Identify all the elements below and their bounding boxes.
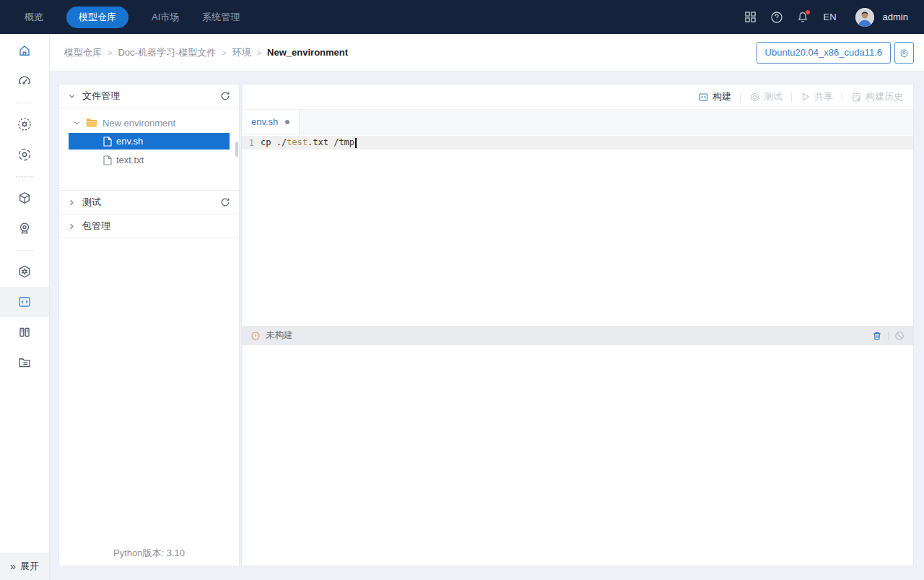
nav-item-system-admin[interactable]: 系统管理 bbox=[202, 11, 240, 24]
dual-panel-icon bbox=[17, 325, 32, 339]
build-label: 构建 bbox=[712, 90, 731, 103]
editor-tabbar: env.sh bbox=[242, 109, 913, 134]
webcam-icon bbox=[17, 221, 32, 235]
modified-dot bbox=[285, 120, 289, 124]
cube-icon bbox=[17, 191, 32, 205]
tree-file-text-txt[interactable]: text.txt bbox=[69, 152, 230, 168]
user-avatar[interactable] bbox=[855, 8, 874, 27]
caret-down-icon bbox=[68, 92, 76, 100]
build-status-label: 未构建 bbox=[266, 329, 293, 342]
test-label: 测试 bbox=[764, 90, 783, 103]
caret-right-icon bbox=[68, 199, 76, 207]
section-package[interactable]: 包管理 bbox=[59, 215, 239, 238]
code-line-active[interactable]: 1 cp ./test.txt /tmp bbox=[242, 136, 913, 150]
refresh-icon bbox=[220, 91, 230, 101]
line-number: 1 bbox=[242, 138, 261, 148]
trash-icon bbox=[872, 331, 882, 341]
expand-label: 展开 bbox=[20, 560, 39, 573]
folder-name: New environment bbox=[103, 118, 175, 129]
language-toggle[interactable]: EN bbox=[824, 12, 837, 22]
sidebar-item-resources[interactable] bbox=[0, 317, 49, 347]
breadcrumb: 模型仓库 > Doc-机器学习-模型文件 > 环境 > New_environm… bbox=[64, 46, 348, 59]
env-version-button[interactable]: Ubuntu20.04_x86_cuda11.6 bbox=[757, 42, 891, 64]
build-icon bbox=[698, 92, 709, 103]
share-label: 共享 bbox=[814, 90, 833, 103]
file-name: text.txt bbox=[116, 155, 144, 165]
code-token: cp ./ bbox=[261, 137, 287, 147]
section-file-management[interactable]: 文件管理 bbox=[59, 85, 239, 108]
nav-item-ai-market[interactable]: AI市场 bbox=[152, 11, 179, 24]
tree-folder-row[interactable]: New environment bbox=[69, 115, 230, 131]
nav-item-overview[interactable]: 概览 bbox=[25, 11, 43, 24]
rail-divider bbox=[16, 243, 33, 256]
console-header: 未构建 bbox=[242, 326, 913, 345]
nav-item-model-repo[interactable]: 模型仓库 bbox=[66, 7, 128, 28]
chevrons-right-icon: » bbox=[10, 560, 16, 572]
sidebar-item-training[interactable] bbox=[0, 109, 49, 139]
toolbar-divider bbox=[740, 92, 741, 102]
build-history-label: 构建历史 bbox=[866, 90, 903, 103]
share-button[interactable]: 共享 bbox=[801, 90, 833, 103]
code-text[interactable]: cp ./test.txt /tmp bbox=[261, 137, 357, 148]
warning-icon bbox=[250, 331, 261, 341]
file-management-label: 文件管理 bbox=[82, 90, 120, 103]
sidebar-item-dashboard[interactable] bbox=[0, 66, 49, 96]
build-history-button[interactable]: 构建历史 bbox=[851, 90, 903, 103]
tab-label: env.sh bbox=[251, 116, 278, 127]
breadcrumb-item-project[interactable]: Doc-机器学习-模型文件 bbox=[118, 46, 216, 59]
sidebar-item-home[interactable] bbox=[0, 35, 49, 66]
sidebar-item-file-manager[interactable] bbox=[0, 347, 49, 378]
caret-down-icon[interactable] bbox=[73, 119, 81, 127]
sidebar-item-ai-services[interactable] bbox=[0, 256, 49, 287]
content-area: 文件管理 bbox=[50, 72, 924, 580]
breadcrumb-item-env[interactable]: 环境 bbox=[232, 46, 251, 59]
build-button[interactable]: 构建 bbox=[698, 90, 731, 103]
section-test[interactable]: 测试 bbox=[59, 191, 239, 215]
tab-env-sh[interactable]: env.sh bbox=[242, 110, 300, 134]
test-button[interactable]: 测试 bbox=[749, 90, 783, 103]
username[interactable]: admin bbox=[883, 12, 908, 22]
app-root: 概览 模型仓库 AI市场 系统管理 bbox=[0, 0, 924, 580]
sidebar-item-code-editor[interactable] bbox=[0, 287, 49, 317]
delete-output-button[interactable] bbox=[872, 331, 882, 341]
share-icon bbox=[801, 92, 811, 102]
file-panel: 文件管理 bbox=[58, 84, 240, 566]
breadcrumb-item-repo[interactable]: 模型仓库 bbox=[64, 46, 102, 59]
refresh-test-button[interactable] bbox=[220, 197, 230, 207]
env-controls: Ubuntu20.04_x86_cuda11.6 bbox=[757, 42, 914, 64]
toolbar-divider bbox=[791, 92, 792, 102]
code-editor-icon bbox=[17, 295, 32, 309]
env-settings-button[interactable] bbox=[894, 42, 914, 64]
body-row: » 展开 模型仓库 > Doc-机器学习-模型文件 > 环境 > New_env… bbox=[0, 34, 924, 580]
folder-icon bbox=[86, 118, 97, 128]
sidebar-item-inference[interactable] bbox=[0, 139, 49, 170]
code-token: .txt /tmp bbox=[308, 137, 354, 147]
tree-file-env-sh[interactable]: env.sh bbox=[69, 133, 230, 150]
caret-right-icon bbox=[68, 222, 76, 230]
main-column: 模型仓库 > Doc-机器学习-模型文件 > 环境 > New_environm… bbox=[50, 34, 924, 580]
refresh-files-button[interactable] bbox=[220, 91, 230, 101]
apps-grid-icon[interactable] bbox=[741, 8, 760, 27]
hexagon-wheel-icon bbox=[17, 264, 32, 279]
clear-output-button[interactable] bbox=[894, 331, 905, 341]
breadcrumb-separator: > bbox=[222, 48, 226, 57]
breadcrumb-item-current: New_environment bbox=[267, 47, 348, 58]
main-nav: 概览 模型仓库 AI市场 系统管理 bbox=[25, 7, 240, 28]
console-divider bbox=[888, 332, 889, 340]
file-icon bbox=[103, 137, 112, 147]
tree-scrollbar-thumb[interactable] bbox=[235, 142, 238, 157]
help-icon[interactable] bbox=[767, 8, 786, 27]
gear-dashed-icon bbox=[17, 117, 32, 131]
sidebar-item-monitor[interactable] bbox=[0, 213, 49, 243]
breadcrumb-separator: > bbox=[108, 48, 112, 57]
gear-icon bbox=[899, 47, 909, 59]
sidebar-item-models[interactable] bbox=[0, 183, 49, 213]
notification-bell-icon[interactable] bbox=[793, 8, 812, 27]
breadcrumb-bar: 模型仓库 > Doc-机器学习-模型文件 > 环境 > New_environm… bbox=[50, 34, 924, 72]
test-icon bbox=[749, 92, 760, 103]
icon-rail: » 展开 bbox=[0, 34, 50, 580]
expand-sidebar-button[interactable]: » 展开 bbox=[0, 553, 49, 580]
console-actions bbox=[872, 331, 905, 341]
refresh-icon bbox=[220, 197, 230, 207]
code-editor[interactable]: 1 cp ./test.txt /tmp bbox=[242, 134, 913, 326]
